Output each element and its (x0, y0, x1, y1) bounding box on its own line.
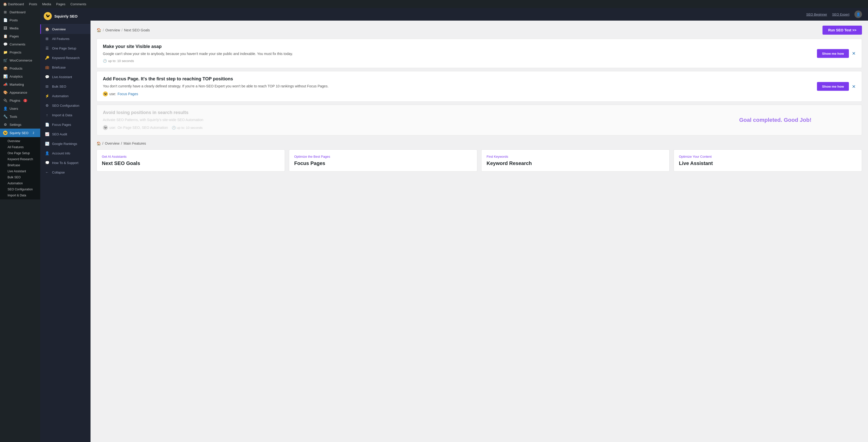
goal-2-show-me-button[interactable]: Show me how (817, 82, 849, 91)
feature-title-3: Live Assistant (679, 161, 857, 166)
appearance-icon: 🎨 (3, 91, 7, 95)
submenu-one-page-setup[interactable]: One Page Setup (0, 150, 40, 156)
goal-card-1-actions: Show me how ✕ (817, 49, 856, 58)
submenu-all-features[interactable]: All Features (0, 144, 40, 150)
feature-card-next-seo-goals[interactable]: Get AI Assistants Next SEO Goals (97, 149, 285, 172)
submenu-keyword-research[interactable]: Keyword Research (0, 156, 40, 162)
sidebar-item-dashboard[interactable]: ⊞ Dashboard (0, 8, 40, 16)
sidebar-item-pages[interactable]: 📋 Pages (0, 32, 40, 40)
goal-card-2-use: 🐿 use: Focus Pages (103, 92, 856, 96)
sidebar-item-users[interactable]: 👤 Users (0, 104, 40, 112)
feature-title-1: Focus Pages (294, 161, 472, 166)
sidebar-item-appearance[interactable]: 🎨 Appearance (0, 89, 40, 96)
sidebar-item-posts[interactable]: 📄 Posts (0, 16, 40, 24)
one-page-setup-icon: ☰ (44, 46, 50, 50)
sidebar-item-media[interactable]: 🖼 Media (0, 24, 40, 32)
submenu-import-data[interactable]: Import & Data (0, 192, 40, 198)
sq-menu-automation[interactable]: ⚡ Automation (40, 91, 91, 101)
sq-menu-how-to-support[interactable]: 💭 How To & Support (40, 158, 91, 168)
feature-label-0: Get AI Assistants (102, 155, 280, 159)
seo-configuration-icon: ⚙ (44, 103, 50, 107)
sidebar-item-plugins[interactable]: 🔌 Plugins 1 (0, 96, 40, 104)
marketing-icon: 📣 (3, 82, 7, 87)
goal-card-3-use: 🐿 use: On Page SEO, SEO Automation 🕐 up … (103, 125, 856, 130)
focus-pages-icon: 📄 (44, 123, 50, 127)
goal-card-1-title: Make your site Visible asap (103, 44, 856, 49)
live-assistant-icon: 💬 (44, 75, 50, 79)
seo-beginner-link[interactable]: SEO Beginner (806, 12, 827, 16)
sq-menu-overview[interactable]: 🏠 Overview (40, 24, 91, 34)
home-icon: 🏠 (97, 28, 101, 32)
features-breadcrumb: 🏠 / Overview / Main Features (97, 141, 862, 145)
feature-title-0: Next SEO Goals (102, 161, 280, 166)
seo-expert-link[interactable]: SEO Expert (832, 12, 849, 16)
goal-card-3-title: Avoid losing positions in search results (103, 110, 856, 115)
analytics-icon: 📊 (3, 74, 7, 78)
sq-menu-bulk-seo[interactable]: ⊟ Bulk SEO (40, 81, 91, 91)
submenu-seo-configuration[interactable]: SEO Configuration (0, 186, 40, 192)
goal-card-1-desc: Google can't show your site to anybody, … (103, 51, 856, 57)
admin-bar-posts[interactable]: Posts (29, 2, 37, 6)
sidebar-item-squirrly[interactable]: 🐿 Squirrly SEO 2 (0, 129, 40, 137)
run-seo-test-button[interactable]: Run SEO Test >> (823, 26, 862, 35)
sq-menu-seo-audit[interactable]: 📈 SEO Audit (40, 129, 91, 139)
sidebar-item-marketing[interactable]: 📣 Marketing (0, 80, 40, 89)
goal-card-1-time: 🕐 up to: 10 seconds (103, 59, 856, 63)
sq-menu-google-rankings[interactable]: 📉 Google Rankings (40, 139, 91, 148)
sidebar-item-settings[interactable]: ⚙ Settings (0, 121, 40, 129)
sidebar-item-comments[interactable]: 💬 Comments (0, 40, 40, 48)
sq-menu-collapse[interactable]: ← Collapse (40, 168, 91, 177)
bulk-seo-icon: ⊟ (44, 84, 50, 89)
goal-card-2-title: Add Focus Page. It's the first step to r… (103, 76, 856, 81)
sq-menu-focus-pages[interactable]: 📄 Focus Pages (40, 120, 91, 129)
sidebar-item-woocommerce[interactable]: 🛒 WooCommerce (0, 56, 40, 64)
sq-menu-briefcase[interactable]: 💼 Briefcase (40, 63, 91, 72)
goal-1-show-me-button[interactable]: Show me how (817, 49, 849, 58)
admin-bar-comments[interactable]: Comments (70, 2, 86, 6)
feature-title-2: Keyword Research (487, 161, 664, 166)
user-avatar[interactable]: 👤 (855, 10, 862, 18)
briefcase-icon: 💼 (44, 65, 50, 69)
sidebar-item-products[interactable]: 📦 Products (0, 64, 40, 72)
admin-bar-pages[interactable]: Pages (56, 2, 65, 6)
plugins-icon: 🔌 (3, 98, 7, 102)
sidebar-item-tools[interactable]: 🔧 Tools (0, 112, 40, 121)
projects-icon: 📁 (3, 50, 7, 54)
woocommerce-icon: 🛒 (3, 58, 7, 62)
goal-completed-text: Goal completed. Good Job! (739, 117, 811, 123)
sq-menu-live-assistant[interactable]: 💬 Live Assistant (40, 72, 91, 81)
submenu-bulk-seo[interactable]: Bulk SEO (0, 174, 40, 180)
collapse-icon: ← (44, 170, 50, 174)
sq-menu-seo-configuration[interactable]: ⚙ SEO Configuration (40, 101, 91, 110)
goal-1-close-button[interactable]: ✕ (852, 51, 856, 56)
sidebar-item-analytics[interactable]: 📊 Analytics (0, 72, 40, 80)
goal-2-focus-pages-link[interactable]: Focus Pages (117, 92, 138, 96)
feature-card-focus-pages[interactable]: Optimize the Best Pages Focus Pages (289, 149, 477, 172)
admin-bar-media[interactable]: Media (42, 2, 51, 6)
users-icon: 👤 (3, 106, 7, 110)
feature-label-2: Find Keywords (487, 155, 664, 159)
sq-menu-keyword-research[interactable]: 🔑 Keyword Research (40, 53, 91, 63)
sq-menu-one-page-setup[interactable]: ☰ One Page Setup (40, 43, 91, 53)
submenu-automation[interactable]: Automation (0, 180, 40, 186)
squirrly-use-icon-3: 🐿 (103, 125, 108, 130)
how-to-support-icon: 💭 (44, 161, 50, 165)
media-icon: 🖼 (3, 26, 7, 30)
submenu-live-assistant[interactable]: Live Assistant (0, 168, 40, 174)
keyword-research-icon: 🔑 (44, 56, 50, 60)
sq-menu-account-info[interactable]: 👤 Account Info (40, 148, 91, 158)
submenu-briefcase[interactable]: Briefcase (0, 162, 40, 168)
squirrly-sidebar: 🐿 Squirrly SEO 🏠 Overview ⊞ All Features… (40, 8, 91, 442)
feature-card-keyword-research[interactable]: Find Keywords Keyword Research (481, 149, 670, 172)
sq-menu-all-features[interactable]: ⊞ All Features (40, 34, 91, 43)
feature-card-live-assistant[interactable]: Optimize Your Content Live Assistant (674, 149, 862, 172)
squirrly-submenu: Overview All Features One Page Setup Key… (0, 137, 40, 199)
sidebar-item-projects[interactable]: 📁 Projects (0, 48, 40, 56)
features-grid: Get AI Assistants Next SEO Goals Optimiz… (97, 149, 862, 172)
submenu-overview[interactable]: Overview (0, 138, 40, 144)
admin-bar-dashboard[interactable]: 🏠 Dashboard (3, 2, 24, 6)
automation-icon: ⚡ (44, 94, 50, 98)
goal-2-close-button[interactable]: ✕ (852, 83, 856, 89)
sq-menu-import-data[interactable]: ↑ Import & Data (40, 110, 91, 120)
breadcrumb-bar: 🏠 / Overview / Next SEO Goals Run SEO Te… (97, 26, 862, 35)
